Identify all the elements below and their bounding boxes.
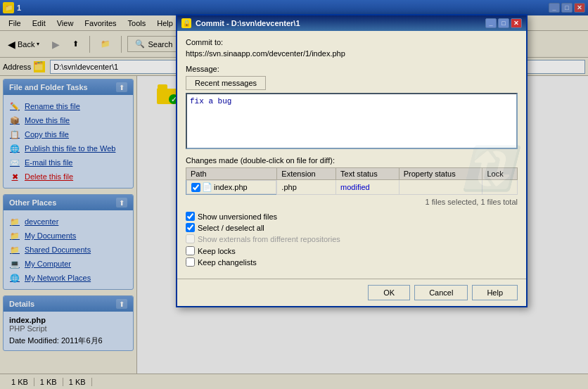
keep-changelists-row: Keep changelists	[186, 257, 518, 267]
show-unversioned-label: Show unversioned files	[198, 212, 277, 221]
commit-dialog: 🔒 Commit - D:\svn\devcenter\1 _ □ ✕ Comm…	[176, 14, 528, 307]
ok-button[interactable]: OK	[368, 285, 410, 300]
modal-icon: 🔒	[181, 18, 191, 28]
cancel-button[interactable]: Cancel	[414, 285, 468, 300]
commit-to-url: https://svn.sinaapp.com/devcenter/1/inde…	[186, 48, 518, 59]
modal-close[interactable]: ✕	[511, 18, 522, 28]
file-text-status: modified	[336, 180, 400, 195]
modal-footer: OK Cancel Help	[177, 279, 526, 306]
show-unversioned-checkbox[interactable]	[186, 212, 195, 221]
message-label: Message:	[186, 65, 518, 73]
message-row: Message: Recent messages	[186, 65, 518, 151]
show-externals-checkbox[interactable]	[186, 234, 195, 243]
keep-changelists-checkbox[interactable]	[186, 257, 195, 267]
message-textarea[interactable]	[186, 93, 518, 149]
modal-titlebar: 🔒 Commit - D:\svn\devcenter\1 _ □ ✕	[177, 15, 526, 31]
keep-locks-checkbox[interactable]	[186, 246, 195, 255]
show-externals-label: Show externals from different repositori…	[198, 235, 340, 243]
changes-row: Changes made (double-click on file for d…	[186, 156, 518, 206]
svn-watermark: 🔃	[462, 144, 515, 193]
col-extension: Extension	[277, 168, 336, 180]
modal-window-controls[interactable]: _ □ ✕	[485, 18, 522, 28]
file-icon-small: 📄	[202, 182, 212, 192]
col-path: Path	[186, 168, 277, 180]
select-deselect-label: Select / deselect all	[198, 224, 264, 232]
file-checkbox[interactable]	[191, 183, 200, 192]
file-extension: .php	[277, 180, 336, 195]
keep-changelists-label: Keep changelists	[198, 258, 257, 267]
recent-messages-button[interactable]: Recent messages	[186, 76, 266, 90]
show-unversioned-row: Show unversioned files	[186, 212, 518, 221]
help-button[interactable]: Help	[472, 285, 518, 300]
modal-overlay: 🔒 Commit - D:\svn\devcenter\1 _ □ ✕ Comm…	[0, 0, 588, 389]
modal-maximize[interactable]: □	[498, 18, 509, 28]
keep-locks-row: Keep locks	[186, 246, 518, 255]
commit-to-label: Commit to:	[186, 38, 518, 46]
file-count: 1 files selected, 1 files total	[186, 198, 518, 206]
modal-minimize[interactable]: _	[485, 18, 497, 28]
commit-to-row: Commit to: https://svn.sinaapp.com/devce…	[186, 38, 518, 59]
file-path: index.php	[214, 183, 248, 191]
show-externals-row: Show externals from different repositori…	[186, 234, 518, 243]
modal-title: Commit - D:\svn\devcenter\1	[196, 19, 485, 27]
modal-body: Commit to: https://svn.sinaapp.com/devce…	[177, 31, 526, 276]
keep-locks-label: Keep locks	[198, 247, 236, 255]
col-text-status: Text status	[336, 168, 400, 180]
select-deselect-checkbox[interactable]	[186, 223, 195, 232]
select-deselect-row: Select / deselect all	[186, 223, 518, 232]
keep-options-area: Keep locks Keep changelists	[186, 246, 518, 267]
options-area: Show unversioned files Select / deselect…	[186, 212, 518, 243]
